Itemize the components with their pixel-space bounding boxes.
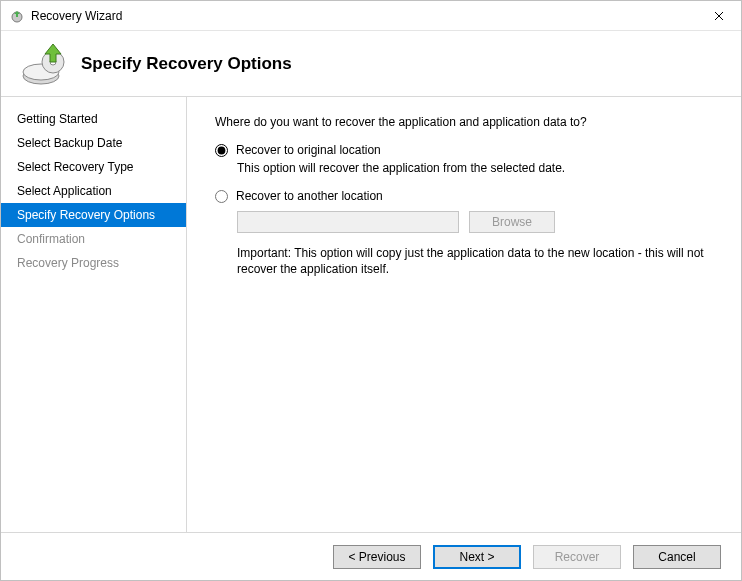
window-title: Recovery Wizard [31,9,696,23]
sidebar-item-getting-started[interactable]: Getting Started [1,107,186,131]
radio-recover-original[interactable] [215,144,228,157]
recovery-wizard-window: Recovery Wizard Specify Recovery Options… [0,0,742,581]
cancel-button[interactable]: Cancel [633,545,721,569]
radio-recover-another[interactable] [215,190,228,203]
wizard-header: Specify Recovery Options [1,31,741,97]
wizard-footer: < Previous Next > Recover Cancel [1,532,741,580]
recovery-icon [19,40,67,88]
option-recover-original-desc: This option will recover the application… [237,161,717,175]
recover-button: Recover [533,545,621,569]
option-recover-another-label: Recover to another location [236,189,383,203]
titlebar: Recovery Wizard [1,1,741,31]
previous-button[interactable]: < Previous [333,545,421,569]
wizard-body: Getting Started Select Backup Date Selec… [1,97,741,532]
next-button[interactable]: Next > [433,545,521,569]
content-pane: Where do you want to recover the applica… [187,97,741,532]
sidebar-item-specify-recovery-options[interactable]: Specify Recovery Options [1,203,186,227]
sidebar-item-select-backup-date[interactable]: Select Backup Date [1,131,186,155]
important-note: Important: This option will copy just th… [237,245,717,277]
option-recover-another[interactable]: Recover to another location [215,189,717,203]
option-recover-original-label: Recover to original location [236,143,381,157]
close-button[interactable] [696,1,741,31]
another-location-row: Browse [237,211,717,233]
location-path-input [237,211,459,233]
steps-sidebar: Getting Started Select Backup Date Selec… [1,97,187,532]
page-title: Specify Recovery Options [81,54,292,74]
sidebar-item-select-application[interactable]: Select Application [1,179,186,203]
browse-button: Browse [469,211,555,233]
option-recover-original[interactable]: Recover to original location [215,143,717,157]
prompt-text: Where do you want to recover the applica… [215,115,717,129]
app-icon [9,8,25,24]
sidebar-item-recovery-progress: Recovery Progress [1,251,186,275]
sidebar-item-select-recovery-type[interactable]: Select Recovery Type [1,155,186,179]
sidebar-item-confirmation: Confirmation [1,227,186,251]
